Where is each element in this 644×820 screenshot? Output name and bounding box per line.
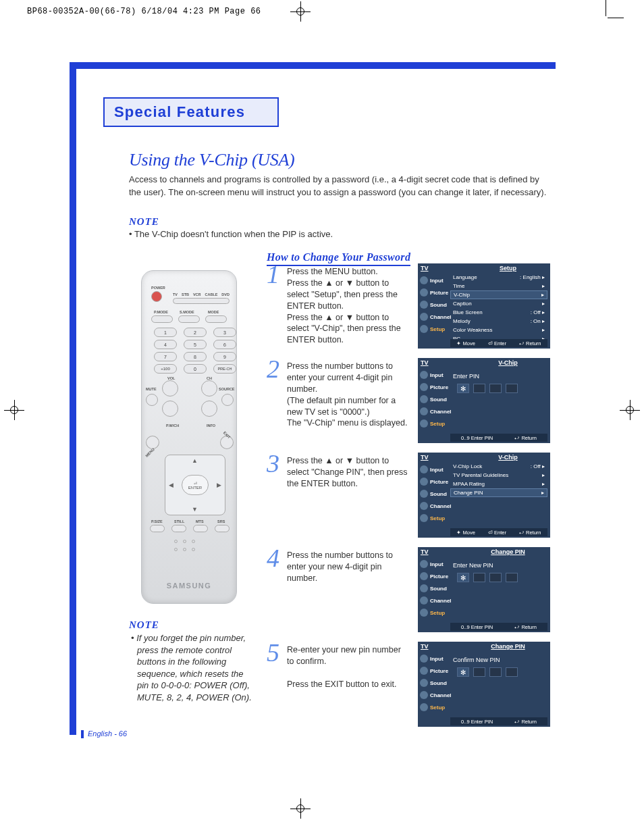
step-text: Press the ▲ or ▼ button to select "Chang… bbox=[287, 455, 408, 490]
steps-list: 1 Press the MENU button.Press the ▲ or ▼… bbox=[267, 266, 550, 739]
page-footer: English - 66 bbox=[81, 729, 127, 738]
intro-text: Access to channels and programs is contr… bbox=[129, 174, 547, 199]
registration-mark bbox=[620, 400, 640, 420]
step-number: 3 bbox=[267, 449, 279, 478]
step-4: 4 Press the number buttons to enter your… bbox=[267, 550, 550, 631]
step-5: 5 Re-enter your new pin number to confir… bbox=[267, 644, 550, 725]
srs-button bbox=[215, 525, 230, 532]
crop-mark bbox=[606, 0, 606, 16]
vol-down bbox=[162, 401, 178, 417]
device-select bbox=[173, 298, 230, 304]
note-text: • If you forget the pin number, press th… bbox=[129, 632, 254, 703]
note-block: NOTE • The V-Chip doesn't function when … bbox=[129, 216, 547, 239]
step-2: 2 Press the number buttons to enter your… bbox=[267, 361, 550, 442]
remote-label: SOURCE bbox=[219, 387, 235, 391]
chapter-heading: Special Features bbox=[103, 97, 279, 127]
note-heading: NOTE bbox=[129, 619, 254, 631]
mute-button bbox=[146, 394, 158, 406]
remote-label: TVSTBVCRCABLEDVD bbox=[173, 292, 230, 297]
dpad: ⏎ENTER ▲ ▼ ◀ ▶ bbox=[165, 455, 225, 515]
osd-screenshot: TVV-ChipInputPictureSoundChannelSetupEnt… bbox=[418, 358, 550, 443]
remote-label: INFO bbox=[207, 424, 215, 428]
remote-label: MENU bbox=[144, 447, 155, 458]
remote-label: MODE bbox=[208, 310, 219, 314]
section-title: Using the V-Chip (USA) bbox=[129, 150, 294, 170]
osd-screenshot: TVChange PINInputPictureSoundChannelSetu… bbox=[418, 547, 550, 632]
step-1: 1 Press the MENU button.Press the ▲ or ▼… bbox=[267, 266, 550, 347]
remote-brand: SAMSUNG bbox=[142, 582, 236, 590]
still-button bbox=[171, 525, 186, 532]
mts-button bbox=[193, 525, 208, 532]
registration-mark bbox=[290, 1, 311, 22]
num-row: 123 bbox=[154, 328, 236, 337]
remote-label: SRS bbox=[217, 519, 225, 523]
subheading: How to Change Your Password bbox=[267, 251, 410, 266]
note-text: • The V-Chip doesn't function when the P… bbox=[129, 229, 547, 239]
source-button bbox=[221, 394, 234, 406]
ch-down bbox=[201, 401, 217, 417]
remote-label: POWER bbox=[151, 286, 165, 290]
step-3: 3 Press the ▲ or ▼ button to select "Cha… bbox=[267, 455, 550, 536]
remote-label: MTS bbox=[196, 519, 204, 523]
step-number: 2 bbox=[267, 354, 279, 384]
remote-body: POWER TVSTBVCRCABLEDVD P.MODE S.MODE MOD… bbox=[141, 270, 237, 604]
osd-screenshot: TVChange PINInputPictureSoundChannelSetu… bbox=[418, 642, 550, 727]
registration-mark bbox=[290, 798, 311, 819]
remote-label: MUTE bbox=[146, 387, 157, 391]
ch-up bbox=[201, 380, 217, 396]
chapter-heading-text: Special Features bbox=[114, 103, 245, 121]
smode-button bbox=[178, 315, 200, 323]
remote-label: P.MODE bbox=[154, 310, 168, 314]
page-number: English - 66 bbox=[88, 729, 127, 738]
crop-mark bbox=[608, 18, 624, 18]
remote-label: STILL bbox=[174, 519, 184, 523]
vol-up bbox=[162, 380, 178, 396]
mode-button bbox=[205, 315, 227, 323]
osd-screenshot: TVSetupInputPictureSoundChannelSetupLang… bbox=[418, 263, 550, 349]
print-slug: BP68-00352A-00(66-78) 6/18/04 4:23 PM Pa… bbox=[27, 7, 261, 16]
step-number: 5 bbox=[267, 638, 279, 667]
registration-mark bbox=[4, 400, 24, 420]
step-number: 4 bbox=[267, 543, 279, 573]
remote-illustration: POWER TVSTBVCRCABLEDVD P.MODE S.MODE MOD… bbox=[136, 265, 242, 609]
remote-label: P.SIZE bbox=[151, 519, 163, 523]
step-number: 1 bbox=[267, 259, 279, 289]
power-button bbox=[151, 291, 162, 302]
osd-screenshot: TVV-ChipInputPictureSoundChannelSetupV-C… bbox=[418, 453, 550, 538]
step-text: Re-enter your new pin number to confirm.… bbox=[287, 644, 408, 690]
dots bbox=[174, 540, 195, 543]
dots bbox=[174, 548, 195, 551]
step-text: Press the number buttons to enter your n… bbox=[287, 550, 408, 584]
step-text: Press the number buttons to enter your c… bbox=[287, 361, 408, 429]
psize-button bbox=[150, 525, 165, 532]
num-row: 789 bbox=[154, 352, 236, 361]
step-text: Press the MENU button.Press the ▲ or ▼ b… bbox=[287, 266, 408, 346]
num-row: +1000PRE-CH bbox=[154, 364, 236, 374]
remote-label: S.MODE bbox=[180, 310, 194, 314]
note-block: NOTE • If you forget the pin number, pre… bbox=[129, 619, 254, 703]
remote-label: P.W/CH bbox=[166, 424, 179, 428]
pmode-button bbox=[151, 315, 173, 323]
page-frame bbox=[70, 62, 76, 735]
note-heading: NOTE bbox=[129, 216, 547, 228]
num-row: 456 bbox=[154, 340, 236, 349]
page-frame bbox=[70, 62, 556, 69]
